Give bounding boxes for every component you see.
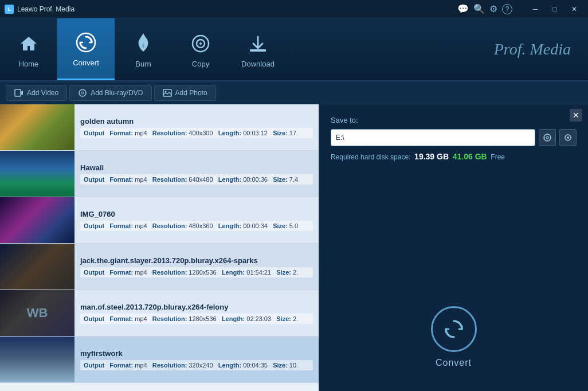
- panel-close-button[interactable]: ✕: [570, 109, 582, 122]
- svg-rect-5: [15, 89, 21, 96]
- file-meta-3: Output Format: mp4 Resolution: 480x360 L…: [80, 221, 313, 231]
- file-thumb-3: [0, 197, 75, 243]
- file-item-5[interactable]: WB man.of.steel.2013.720p.bluray.x264-fe…: [0, 290, 319, 337]
- size-label-4: Size: 2.: [276, 269, 298, 276]
- convert-button[interactable]: [431, 306, 477, 352]
- svg-point-11: [546, 136, 548, 139]
- free-label: Free: [491, 153, 505, 161]
- file-name-6: myfirstwork: [80, 349, 313, 358]
- file-thumb-4: [0, 244, 75, 290]
- output-label-6: Output: [84, 362, 104, 369]
- svg-point-6: [79, 89, 86, 96]
- app-icon: L: [5, 5, 14, 14]
- format-label-2: Format: mp4: [109, 176, 147, 183]
- file-thumb-5: WB: [0, 290, 75, 336]
- file-item-3[interactable]: IMG_0760 Output Format: mp4 Resolution: …: [0, 197, 319, 244]
- add-bluray-label: Add Blu-ray/DVD: [91, 89, 143, 97]
- svg-point-17: [567, 136, 569, 139]
- save-to-label: Save to:: [331, 116, 577, 124]
- minimize-button[interactable]: ─: [526, 3, 544, 15]
- save-to-row: E:\: [331, 129, 577, 146]
- format-label-3: Format: mp4: [109, 222, 147, 229]
- file-meta-2: Output Format: mp4 Resolution: 640x480 L…: [80, 174, 313, 185]
- length-label-4: Length: 01:54:21: [222, 269, 271, 276]
- svg-rect-4: [250, 49, 266, 52]
- add-photo-button[interactable]: Add Photo: [154, 85, 216, 101]
- size-label-3: Size: 5.0: [273, 222, 298, 229]
- file-name-5: man.of.steel.2013.720p.bluray.x264-felon…: [80, 303, 313, 311]
- browse-button[interactable]: [539, 129, 556, 146]
- size-label-1: Size: 17.: [273, 130, 298, 136]
- add-video-label: Add Video: [27, 89, 58, 97]
- file-item-6[interactable]: myfirstwork Output Format: mp4 Resolutio…: [0, 337, 319, 383]
- close-button[interactable]: ✕: [565, 3, 583, 15]
- file-info-2: Hawaii Output Format: mp4 Resolution: 64…: [75, 151, 319, 197]
- home-label: Home: [19, 60, 39, 68]
- settings-output-button[interactable]: [559, 129, 577, 146]
- file-name-2: Hawaii: [80, 163, 313, 172]
- length-label-2: Length: 00:00:36: [218, 176, 268, 183]
- app-title: Leawo Prof. Media: [17, 5, 75, 13]
- resolution-label-3: Resolution: 480x360: [152, 222, 213, 229]
- burn-icon: [131, 31, 156, 56]
- toolbar-burn[interactable]: Burn: [115, 18, 172, 80]
- output-label-3: Output: [84, 222, 104, 229]
- settings-icon[interactable]: ⚙: [489, 3, 497, 14]
- add-video-icon: [14, 88, 23, 97]
- length-label-5: Length: 02:23:03: [222, 315, 271, 322]
- file-item-4[interactable]: jack.the.giant.slayer.2013.720p.bluray.x…: [0, 244, 319, 290]
- file-info-3: IMG_0760 Output Format: mp4 Resolution: …: [75, 197, 319, 243]
- message-icon[interactable]: 💬: [457, 3, 469, 14]
- burn-label: Burn: [135, 60, 151, 68]
- toolbar-home[interactable]: Home: [0, 18, 57, 80]
- file-meta-6: Output Format: mp4 Resolution: 320x240 L…: [80, 360, 313, 370]
- format-label-6: Format: mp4: [109, 362, 147, 369]
- file-meta-5: Output Format: mp4 Resolution: 1280x536 …: [80, 314, 313, 324]
- file-item-1[interactable]: golden autumn Output Format: mp4 Resolut…: [0, 104, 319, 151]
- convert-label: Convert: [73, 58, 99, 67]
- maximize-button[interactable]: □: [546, 3, 564, 15]
- size-label-6: Size: 10.: [273, 362, 298, 369]
- output-label-4: Output: [84, 269, 104, 276]
- titlebar-left: L Leawo Prof. Media: [5, 5, 75, 14]
- format-label-4: Format: mp4: [109, 269, 147, 276]
- svg-point-7: [81, 92, 84, 94]
- resolution-label-5: Resolution: 1280x536: [152, 315, 217, 322]
- file-info-4: jack.the.giant.slayer.2013.720p.bluray.x…: [75, 244, 319, 290]
- resolution-label-4: Resolution: 1280x536: [152, 269, 217, 276]
- svg-point-3: [199, 42, 202, 45]
- toolbar-download[interactable]: Download: [229, 18, 287, 80]
- add-photo-label: Add Photo: [175, 89, 207, 97]
- file-name-3: IMG_0760: [80, 210, 313, 218]
- file-item-2[interactable]: Hawaii Output Format: mp4 Resolution: 64…: [0, 151, 319, 197]
- file-name-4: jack.the.giant.slayer.2013.720p.bluray.x…: [80, 256, 313, 265]
- convert-icon: [73, 30, 99, 55]
- logo-area: Prof. Media: [287, 18, 588, 80]
- search-icon[interactable]: 🔍: [473, 3, 485, 14]
- file-thumb-1: [0, 104, 75, 150]
- add-video-button[interactable]: Add Video: [6, 85, 67, 101]
- output-label-5: Output: [84, 315, 104, 322]
- space-free: 41.06 GB: [453, 152, 487, 161]
- file-info-5: man.of.steel.2013.720p.bluray.x264-felon…: [75, 290, 319, 336]
- resolution-label-2: Resolution: 640x480: [152, 176, 213, 183]
- save-to-section: Save to: E:\: [319, 104, 588, 170]
- subtoolbar: Add Video Add Blu-ray/DVD Add Photo: [0, 81, 588, 104]
- convert-area: Convert: [319, 170, 588, 391]
- length-label-6: Length: 00:04:35: [218, 362, 268, 369]
- home-icon: [16, 31, 41, 56]
- toolbar-convert[interactable]: Convert: [57, 18, 115, 80]
- toolbar-copy[interactable]: Copy: [172, 18, 229, 80]
- titlebar: L Leawo Prof. Media 💬 🔍 ⚙ ? ─ □ ✕: [0, 0, 588, 18]
- length-label-1: Length: 00:03:12: [218, 130, 268, 136]
- download-icon: [245, 31, 271, 56]
- titlebar-controls: ─ □ ✕: [526, 3, 583, 15]
- help-icon[interactable]: ?: [502, 4, 512, 14]
- format-label-5: Format: mp4: [109, 315, 147, 322]
- add-bluray-button[interactable]: Add Blu-ray/DVD: [69, 85, 151, 101]
- path-select[interactable]: E:\: [331, 129, 535, 146]
- svg-rect-8: [163, 89, 171, 96]
- copy-label: Copy: [192, 60, 209, 68]
- file-name-1: golden autumn: [80, 117, 313, 126]
- disk-info-label: Required hard disk space:: [331, 153, 410, 161]
